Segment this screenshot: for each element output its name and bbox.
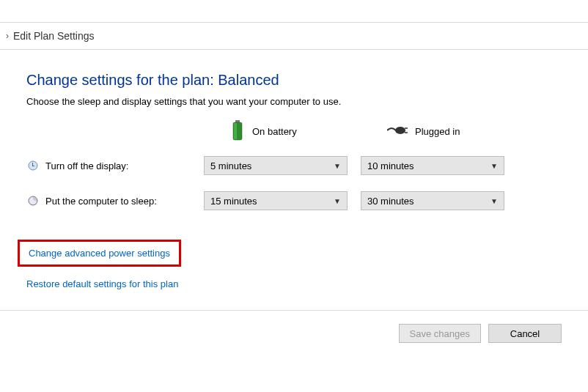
display-label-text: Turn off the display: <box>45 160 128 171</box>
plug-icon <box>387 125 408 138</box>
sleep-row-label: Put the computer to sleep: <box>26 194 191 207</box>
on-battery-label: On battery <box>252 126 297 137</box>
page-subtitle: Choose the sleep and display settings th… <box>26 96 562 107</box>
battery-icon <box>230 120 245 143</box>
chevron-down-icon: ▼ <box>334 162 341 170</box>
svg-point-3 <box>395 127 405 134</box>
plugged-in-header: Plugged in <box>361 125 504 138</box>
restore-defaults-link[interactable]: Restore default settings for this plan <box>26 278 178 289</box>
svg-rect-2 <box>234 123 237 139</box>
plugged-in-label: Plugged in <box>415 126 460 137</box>
content-area: Change settings for the plan: Balanced C… <box>0 50 588 310</box>
display-plugged-select[interactable]: 10 minutes ▼ <box>361 156 504 175</box>
footer: Save changes Cancel <box>0 310 588 356</box>
breadcrumb-label: Edit Plan Settings <box>13 30 95 42</box>
svg-rect-0 <box>235 120 240 122</box>
display-row: Turn off the display: 5 minutes ▼ 10 min… <box>26 156 562 175</box>
display-plugged-value: 10 minutes <box>367 160 414 171</box>
sleep-row: Put the computer to sleep: 15 minutes ▼ … <box>26 191 562 210</box>
sleep-icon <box>26 194 40 207</box>
display-battery-select[interactable]: 5 minutes ▼ <box>204 156 348 175</box>
sleep-label-text: Put the computer to sleep: <box>45 196 157 207</box>
on-battery-header: On battery <box>204 120 348 143</box>
save-button: Save changes <box>399 324 481 343</box>
cancel-button[interactable]: Cancel <box>488 324 562 343</box>
links-section: Change advanced power settings Restore d… <box>26 240 562 289</box>
display-icon <box>26 159 40 172</box>
cancel-button-label: Cancel <box>510 328 540 339</box>
breadcrumb[interactable]: › Edit Plan Settings <box>0 23 588 50</box>
column-headers: On battery Plugged in <box>26 120 562 143</box>
save-button-label: Save changes <box>410 328 470 339</box>
chevron-down-icon: ▼ <box>334 197 341 205</box>
chevron-right-icon: › <box>6 31 9 41</box>
sleep-plugged-select[interactable]: 30 minutes ▼ <box>361 191 504 210</box>
sleep-battery-select[interactable]: 15 minutes ▼ <box>204 191 348 210</box>
sleep-plugged-value: 30 minutes <box>367 196 414 207</box>
page-title: Change settings for the plan: Balanced <box>26 72 562 89</box>
chevron-down-icon: ▼ <box>490 197 498 205</box>
advanced-power-settings-link[interactable]: Change advanced power settings <box>29 248 170 259</box>
svg-rect-8 <box>32 166 34 166</box>
sleep-battery-value: 15 minutes <box>210 196 257 207</box>
advanced-link-highlight: Change advanced power settings <box>18 240 181 267</box>
display-battery-value: 5 minutes <box>210 160 251 171</box>
chevron-down-icon: ▼ <box>490 162 498 170</box>
display-row-label: Turn off the display: <box>26 159 191 172</box>
